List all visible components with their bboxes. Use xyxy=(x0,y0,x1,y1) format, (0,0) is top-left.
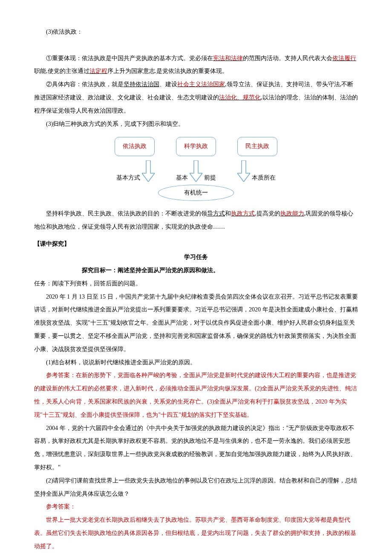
answer-1: 参考答案：在新的形势下，党面临各种严峻的考验，全面从严治党是新时代党的建设伟大工… xyxy=(34,369,358,421)
arrow-item-3: 本质所在 xyxy=(237,160,276,182)
text: ②具体内容：依法执政，就是 xyxy=(46,81,124,87)
text: ①重要体现：依法执政是中国共产党执政的基本方式。党必须在 xyxy=(46,55,213,61)
task-instruction: 任务：阅读下列资料，回答后面的问题。 xyxy=(34,277,358,291)
arrow-label-2b: 前提 xyxy=(204,174,216,182)
material-para-1: 2020 年 1 月 13 日至 15 日，中国共产党第十九届中央纪律检查委员会… xyxy=(34,291,358,356)
diagram-ellipse: 有机统一 xyxy=(158,185,234,201)
diagram: 依法执政 科学执政 民主执政 基本方式 基本 前提 本质所在 有机统一 xyxy=(77,137,315,200)
answer-2-heading: 参考答案： xyxy=(34,500,358,514)
question-1: (1)结合材料，说说新时代继续推进全面从严治党的原因。 xyxy=(34,356,358,369)
underline-red: 执政方式 xyxy=(231,210,255,217)
text: 、建设 xyxy=(159,81,177,87)
task-title: 学习任务 xyxy=(34,251,358,264)
arrow-label-3: 本质所在 xyxy=(252,174,276,182)
para-1: ①重要体现：依法执政是中国共产党执政的基本方式。党必须在宪法和法律的范围内活动。… xyxy=(34,52,358,78)
down-arrow-icon xyxy=(237,160,250,182)
section-heading: 【课中探究】 xyxy=(34,238,358,251)
diagram-arrow-row: 基本方式 基本 前提 本质所在 xyxy=(116,160,276,182)
para-2: ②具体内容：依法执政，就是坚持依法治国、建设社会主义法治国家,领导立法、保证执法… xyxy=(34,78,358,117)
material-para-2: 2004 年，党的十六届四中全会通过的《中共中央关于加强党的执政能力建设的决定》… xyxy=(34,422,358,474)
underline-red: 执政能力 xyxy=(280,210,304,217)
diagram-box-1: 依法执政 xyxy=(115,137,155,156)
answer-2a: 世界上一批大党老党在长期执政后相继失去了执政地位。苏联共产党、墨西哥革命制度党、… xyxy=(34,514,358,553)
arrow-item-1: 基本方式 xyxy=(116,160,155,182)
para-summary: 坚持科学执政、民主执政、依法执政的目的：不断改进党的领导方式和执政方式,提高党的… xyxy=(34,207,358,234)
diagram-box-2: 科学执政 xyxy=(176,137,216,156)
arrow-label-1: 基本方式 xyxy=(116,174,140,182)
underline-red: 宪法和法律 xyxy=(213,55,243,61)
inquiry-goal: 探究目标一：阐述坚持全面从严治党的原因和做法。 xyxy=(34,264,358,277)
down-arrow-icon xyxy=(190,160,202,182)
heading-3: (3)依法执政： xyxy=(34,26,358,39)
question-2: (2)请同学们课前查找世界上一些政党失去执政地位的事例以及它们在政坛上沉浮的原因… xyxy=(34,474,358,501)
underline: 导方式 xyxy=(207,210,225,217)
diagram-top-row: 依法执政 科学执政 民主执政 xyxy=(115,137,277,156)
underline: 坚持依法治国 xyxy=(124,81,159,87)
diagram-box-3: 民主执政 xyxy=(237,137,277,156)
para-3: (3)归纳三种执政方式的关系，完成下列图示和填空。 xyxy=(34,118,358,131)
text: 和 xyxy=(225,210,231,217)
arrow-label-2a: 基本 xyxy=(176,174,188,182)
arrow-item-2: 基本 前提 xyxy=(176,160,216,182)
underline-red: 社会主义法治国家 xyxy=(177,81,225,87)
text: 坚持科学执政、民主执政、依法执政的目的：不断改进党的领 xyxy=(46,210,207,217)
down-arrow-icon xyxy=(142,160,155,182)
underline-red: 依法履行 xyxy=(332,55,356,61)
text: 职能,使党的主张通过 xyxy=(34,68,89,74)
text: ,提高党的 xyxy=(255,210,280,217)
underline-red: 法治化、规范化 xyxy=(219,94,261,101)
answer-2b: 做法：（1）只有始终坚持立党为公、执政为民，始终保持同人民群众的血肉联系，我们党… xyxy=(34,553,358,555)
text: 序上升为国家意志.是党依法执政的重要体现。 xyxy=(107,68,228,74)
text: 的范围内活动。支持人民代表大会 xyxy=(243,55,332,61)
underline-red: 法定程 xyxy=(89,68,107,74)
